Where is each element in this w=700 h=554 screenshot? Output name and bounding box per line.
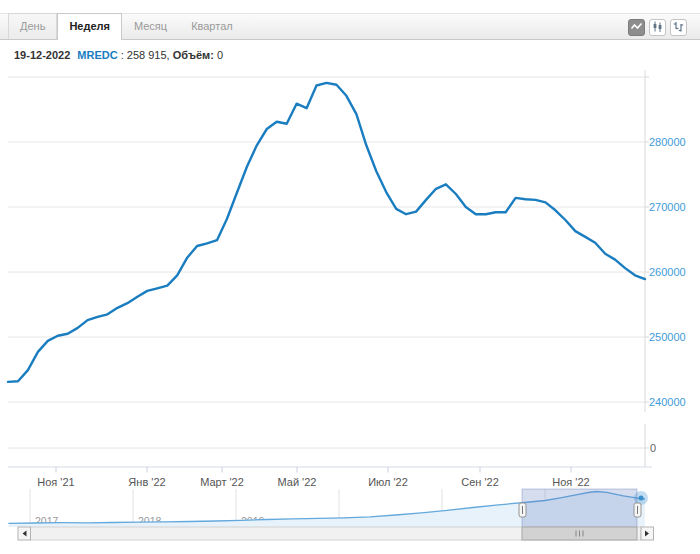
y-axis-label: 260000 bbox=[649, 266, 686, 278]
navigator-point-marker bbox=[639, 496, 644, 501]
x-axis-label: Сен '22 bbox=[461, 476, 499, 488]
y-axis-label: 270000 bbox=[649, 201, 686, 213]
stock-chart-app: День Неделя Месяц Квартал bbox=[0, 0, 700, 554]
x-axis-label: Ноя '22 bbox=[552, 476, 589, 488]
y-axis-label: 240000 bbox=[649, 396, 686, 408]
x-axis-label: Июл '22 bbox=[368, 476, 408, 488]
x-axis-label: Янв '22 bbox=[128, 476, 165, 488]
x-axis-label: Ноя '21 bbox=[37, 476, 74, 488]
volume-axis-label: 0 bbox=[650, 442, 656, 454]
x-axis-label: Март '22 bbox=[200, 476, 244, 488]
y-axis-label: 250000 bbox=[649, 331, 686, 343]
y-axis-label: 280000 bbox=[649, 136, 686, 148]
chart-canvas: 2400002500002600002700002800000Ноя '21Ян… bbox=[0, 0, 700, 554]
navigator-selection[interactable] bbox=[522, 489, 637, 527]
x-axis-label: Май '22 bbox=[278, 476, 317, 488]
